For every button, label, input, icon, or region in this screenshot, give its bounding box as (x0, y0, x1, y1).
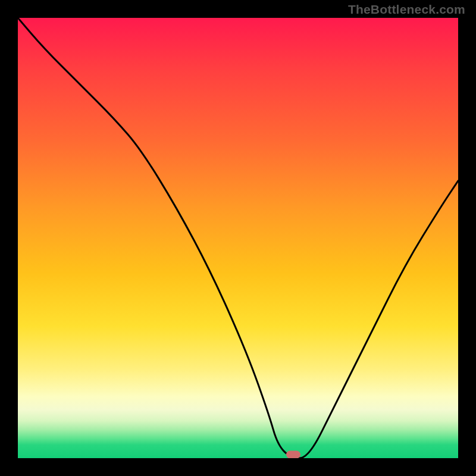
bottleneck-curve (18, 18, 458, 458)
curve-svg (18, 18, 458, 458)
watermark-text: TheBottleneck.com (348, 2, 465, 17)
plot-area (18, 18, 458, 458)
chart-frame: TheBottleneck.com (0, 0, 476, 476)
optimal-marker (286, 451, 300, 459)
